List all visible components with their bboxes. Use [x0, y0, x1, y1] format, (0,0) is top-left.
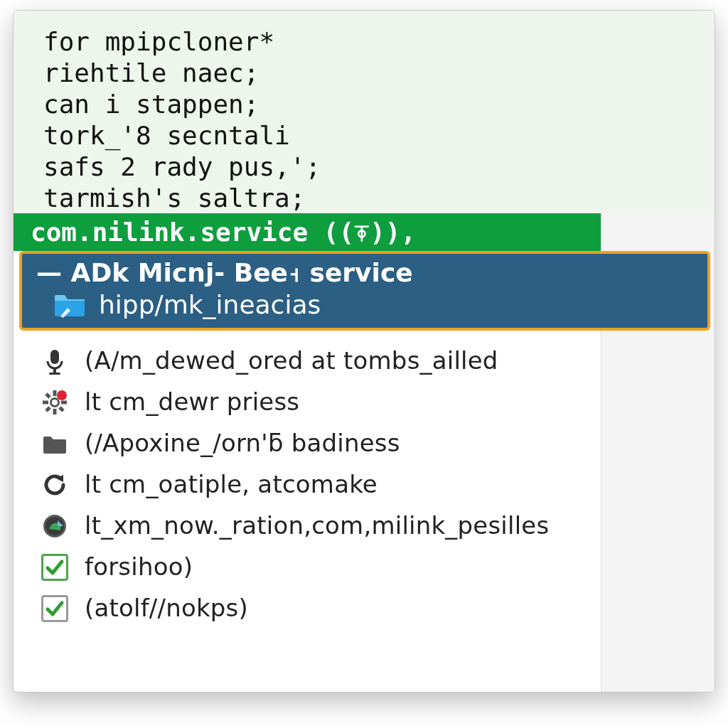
service-glyph-icon: ⍕: [354, 218, 370, 247]
svg-rect-1: [53, 368, 56, 373]
list-item[interactable]: lt cm_dewr priess: [14, 382, 714, 423]
list-item-label: (/Apoxine_/orn'ƃ badiness: [85, 427, 400, 460]
code-snippet-block: for mpipcloner* riehtile naec; can i sta…: [14, 11, 714, 213]
code-line: for mpipcloner*: [43, 26, 714, 58]
list-item-label: lt cm_oatiple, atcomake: [85, 469, 378, 501]
selected-line-2: hipp/mk_ineacias: [99, 289, 321, 321]
svg-point-13: [57, 390, 67, 400]
svg-point-12: [52, 400, 58, 405]
selected-line-1: — ADk Micnj- Beeꟶ service: [36, 257, 700, 289]
code-line: tork_'8 secntali: [43, 120, 714, 151]
code-line: safs 2 rady pus,';: [43, 151, 714, 183]
list-item[interactable]: lt_xm_now._ration,com,milink_pesilles: [14, 505, 714, 547]
code-line: tarmish's saltra;: [43, 183, 714, 214]
svg-rect-2: [49, 373, 60, 375]
check-green-icon: [41, 553, 69, 582]
refresh-icon: [41, 471, 69, 499]
autocomplete-panel: for mpipcloner* riehtile naec; can i sta…: [13, 10, 715, 692]
list-item[interactable]: (/Apoxine_/orn'ƃ badiness: [14, 423, 714, 464]
list-item[interactable]: (atolf//nokps): [14, 588, 714, 629]
globe-app-icon: [41, 512, 69, 540]
svg-line-9: [60, 407, 63, 411]
list-item[interactable]: (A/m_dewed_ored at tombs_ailled: [14, 341, 714, 382]
service-suffix-open: ((: [308, 218, 354, 247]
list-item-label: (A/m_dewed_ored at tombs_ailled: [85, 345, 498, 378]
list-item-label: lt_xm_now._ration,com,milink_pesilles: [85, 510, 549, 542]
folder-share-icon: [53, 292, 86, 318]
code-line: can i stappen;: [43, 89, 714, 120]
selected-suggestion[interactable]: — ADk Micnj- Beeꟶ service hipp/mk_ineaci…: [19, 251, 710, 331]
code-line: riehtile naec;: [43, 58, 714, 89]
suggestion-list: (A/m_dewed_ored at tombs_ailled: [14, 331, 714, 628]
list-item-label: (atolf//nokps): [85, 592, 248, 625]
list-item-label: forsihoo): [85, 551, 193, 584]
list-item-label: lt cm_dewr priess: [85, 386, 299, 419]
svg-line-10: [46, 407, 50, 411]
svg-rect-0: [50, 350, 59, 364]
service-name: com.nilink.service: [31, 218, 308, 247]
svg-line-8: [46, 394, 50, 397]
list-item[interactable]: forsihoo): [14, 547, 714, 588]
check-gray-icon: [41, 594, 69, 623]
service-suffix-close: )),: [370, 218, 416, 247]
list-item[interactable]: lt cm_oatiple, atcomake: [14, 464, 714, 505]
service-header[interactable]: com.nilink.service ((⍕)),: [14, 213, 601, 251]
gear-badge-icon: [41, 388, 69, 417]
folder-icon: [41, 429, 69, 458]
mic-icon: [41, 347, 69, 375]
